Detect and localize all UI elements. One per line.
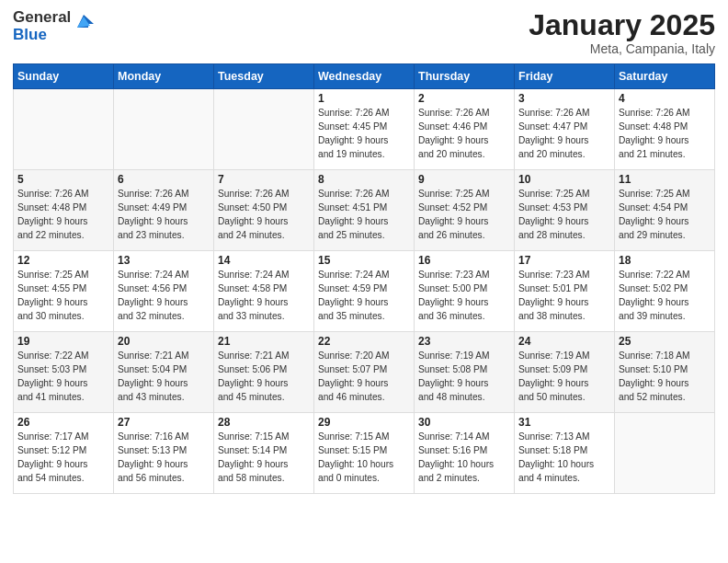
col-wednesday: Wednesday: [314, 64, 415, 89]
day-info: Sunrise: 7:24 AMSunset: 4:56 PMDaylight:…: [118, 269, 210, 323]
calendar-cell: 16Sunrise: 7:23 AMSunset: 5:00 PMDayligh…: [415, 251, 515, 332]
day-number: 30: [418, 416, 510, 429]
day-number: 13: [118, 254, 210, 267]
day-number: 16: [418, 254, 510, 267]
day-number: 6: [118, 173, 210, 186]
day-number: 22: [318, 335, 410, 348]
calendar-cell: 3Sunrise: 7:26 AMSunset: 4:47 PMDaylight…: [515, 89, 615, 170]
calendar-cell: 2Sunrise: 7:26 AMSunset: 4:46 PMDaylight…: [415, 89, 515, 170]
month-title: January 2025: [529, 9, 715, 41]
calendar-cell: [114, 89, 214, 170]
calendar-cell: 9Sunrise: 7:25 AMSunset: 4:52 PMDaylight…: [415, 170, 515, 251]
day-info: Sunrise: 7:23 AMSunset: 5:01 PMDaylight:…: [518, 269, 610, 323]
day-number: 18: [619, 254, 711, 267]
day-info: Sunrise: 7:26 AMSunset: 4:51 PMDaylight:…: [318, 188, 410, 242]
calendar-cell: 18Sunrise: 7:22 AMSunset: 5:02 PMDayligh…: [615, 251, 715, 332]
header: General Blue January 2025 Meta, Campania…: [13, 9, 715, 56]
day-number: 21: [218, 335, 310, 348]
calendar-cell: 28Sunrise: 7:15 AMSunset: 5:14 PMDayligh…: [214, 413, 314, 494]
day-number: 7: [218, 173, 310, 186]
calendar-cell: 27Sunrise: 7:16 AMSunset: 5:13 PMDayligh…: [114, 413, 214, 494]
calendar-cell: 25Sunrise: 7:18 AMSunset: 5:10 PMDayligh…: [615, 332, 715, 413]
day-info: Sunrise: 7:13 AMSunset: 5:18 PMDaylight:…: [518, 431, 610, 485]
day-number: 11: [619, 173, 711, 186]
calendar-cell: 30Sunrise: 7:14 AMSunset: 5:16 PMDayligh…: [415, 413, 515, 494]
day-number: 9: [418, 173, 510, 186]
calendar-week-3: 12Sunrise: 7:25 AMSunset: 4:55 PMDayligh…: [14, 251, 715, 332]
calendar-week-4: 19Sunrise: 7:22 AMSunset: 5:03 PMDayligh…: [14, 332, 715, 413]
col-thursday: Thursday: [415, 64, 515, 89]
calendar-cell: 23Sunrise: 7:19 AMSunset: 5:08 PMDayligh…: [415, 332, 515, 413]
day-number: 2: [418, 92, 510, 105]
day-info: Sunrise: 7:15 AMSunset: 5:14 PMDaylight:…: [218, 431, 310, 485]
calendar-cell: 26Sunrise: 7:17 AMSunset: 5:12 PMDayligh…: [14, 413, 114, 494]
calendar-cell: [615, 413, 715, 494]
day-info: Sunrise: 7:26 AMSunset: 4:47 PMDaylight:…: [518, 107, 610, 161]
day-number: 29: [318, 416, 410, 429]
day-info: Sunrise: 7:16 AMSunset: 5:13 PMDaylight:…: [118, 431, 210, 485]
logo: General Blue: [13, 9, 94, 43]
day-info: Sunrise: 7:17 AMSunset: 5:12 PMDaylight:…: [17, 431, 109, 485]
col-tuesday: Tuesday: [214, 64, 314, 89]
day-number: 23: [418, 335, 510, 348]
calendar-cell: 24Sunrise: 7:19 AMSunset: 5:09 PMDayligh…: [515, 332, 615, 413]
day-info: Sunrise: 7:26 AMSunset: 4:50 PMDaylight:…: [218, 188, 310, 242]
day-info: Sunrise: 7:25 AMSunset: 4:52 PMDaylight:…: [418, 188, 510, 242]
day-number: 24: [518, 335, 610, 348]
calendar-week-2: 5Sunrise: 7:26 AMSunset: 4:48 PMDaylight…: [14, 170, 715, 251]
calendar-cell: 11Sunrise: 7:25 AMSunset: 4:54 PMDayligh…: [615, 170, 715, 251]
day-info: Sunrise: 7:20 AMSunset: 5:07 PMDaylight:…: [318, 350, 410, 404]
col-friday: Friday: [515, 64, 615, 89]
day-info: Sunrise: 7:22 AMSunset: 5:03 PMDaylight:…: [17, 350, 109, 404]
calendar-cell: 10Sunrise: 7:25 AMSunset: 4:53 PMDayligh…: [515, 170, 615, 251]
calendar-cell: 22Sunrise: 7:20 AMSunset: 5:07 PMDayligh…: [314, 332, 415, 413]
day-info: Sunrise: 7:22 AMSunset: 5:02 PMDaylight:…: [619, 269, 711, 323]
day-info: Sunrise: 7:19 AMSunset: 5:08 PMDaylight:…: [418, 350, 510, 404]
calendar-week-1: 1Sunrise: 7:26 AMSunset: 4:45 PMDaylight…: [14, 89, 715, 170]
day-info: Sunrise: 7:24 AMSunset: 4:59 PMDaylight:…: [318, 269, 410, 323]
day-number: 25: [619, 335, 711, 348]
day-number: 1: [318, 92, 410, 105]
day-info: Sunrise: 7:24 AMSunset: 4:58 PMDaylight:…: [218, 269, 310, 323]
calendar-cell: 29Sunrise: 7:15 AMSunset: 5:15 PMDayligh…: [314, 413, 415, 494]
day-info: Sunrise: 7:26 AMSunset: 4:46 PMDaylight:…: [418, 107, 510, 161]
day-number: 20: [118, 335, 210, 348]
calendar-cell: 17Sunrise: 7:23 AMSunset: 5:01 PMDayligh…: [515, 251, 615, 332]
day-info: Sunrise: 7:14 AMSunset: 5:16 PMDaylight:…: [418, 431, 510, 485]
calendar-header-row: Sunday Monday Tuesday Wednesday Thursday…: [14, 64, 715, 89]
calendar-cell: [214, 89, 314, 170]
calendar: Sunday Monday Tuesday Wednesday Thursday…: [13, 63, 715, 494]
col-sunday: Sunday: [14, 64, 114, 89]
day-number: 19: [17, 335, 109, 348]
day-number: 26: [17, 416, 109, 429]
calendar-cell: 15Sunrise: 7:24 AMSunset: 4:59 PMDayligh…: [314, 251, 415, 332]
day-number: 15: [318, 254, 410, 267]
day-number: 14: [218, 254, 310, 267]
calendar-cell: 6Sunrise: 7:26 AMSunset: 4:49 PMDaylight…: [114, 170, 214, 251]
logo-general: General: [13, 9, 71, 27]
calendar-cell: 7Sunrise: 7:26 AMSunset: 4:50 PMDaylight…: [214, 170, 314, 251]
day-number: 28: [218, 416, 310, 429]
calendar-cell: [14, 89, 114, 170]
day-info: Sunrise: 7:26 AMSunset: 4:48 PMDaylight:…: [17, 188, 109, 242]
day-info: Sunrise: 7:25 AMSunset: 4:54 PMDaylight:…: [619, 188, 711, 242]
day-number: 8: [318, 173, 410, 186]
day-info: Sunrise: 7:23 AMSunset: 5:00 PMDaylight:…: [418, 269, 510, 323]
location: Meta, Campania, Italy: [529, 41, 715, 56]
day-info: Sunrise: 7:21 AMSunset: 5:06 PMDaylight:…: [218, 350, 310, 404]
calendar-cell: 8Sunrise: 7:26 AMSunset: 4:51 PMDaylight…: [314, 170, 415, 251]
day-number: 12: [17, 254, 109, 267]
day-number: 17: [518, 254, 610, 267]
day-info: Sunrise: 7:25 AMSunset: 4:53 PMDaylight:…: [518, 188, 610, 242]
day-info: Sunrise: 7:19 AMSunset: 5:09 PMDaylight:…: [518, 350, 610, 404]
calendar-cell: 12Sunrise: 7:25 AMSunset: 4:55 PMDayligh…: [14, 251, 114, 332]
col-saturday: Saturday: [615, 64, 715, 89]
day-number: 5: [17, 173, 109, 186]
calendar-cell: 20Sunrise: 7:21 AMSunset: 5:04 PMDayligh…: [114, 332, 214, 413]
page: General Blue January 2025 Meta, Campania…: [0, 0, 728, 507]
day-number: 31: [518, 416, 610, 429]
calendar-cell: 19Sunrise: 7:22 AMSunset: 5:03 PMDayligh…: [14, 332, 114, 413]
calendar-cell: 1Sunrise: 7:26 AMSunset: 4:45 PMDaylight…: [314, 89, 415, 170]
calendar-cell: 13Sunrise: 7:24 AMSunset: 4:56 PMDayligh…: [114, 251, 214, 332]
day-info: Sunrise: 7:26 AMSunset: 4:48 PMDaylight:…: [619, 107, 711, 161]
